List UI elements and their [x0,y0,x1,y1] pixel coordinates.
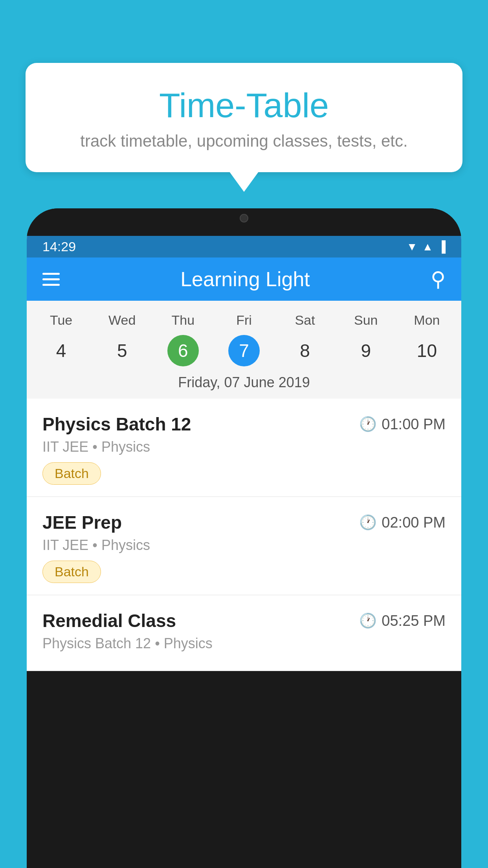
day-headers: Tue Wed Thu Fri Sat Sun Mon [27,309,461,332]
status-icons: ▼ ▲ ▐ [407,241,446,253]
schedule-item-1-title: Physics Batch 12 [42,414,191,435]
tooltip-title: Time-Table [53,86,435,125]
batch-badge-1: Batch [42,462,101,485]
day-header-fri: Fri [213,309,274,332]
day-header-wed: Wed [92,309,152,332]
schedule-item-jee-prep[interactable]: JEE Prep 🕐 02:00 PM IIT JEE • Physics Ba… [27,497,461,595]
tooltip-card: Time-Table track timetable, upcoming cla… [26,63,462,172]
schedule-list: Physics Batch 12 🕐 01:00 PM IIT JEE • Ph… [27,399,461,671]
day-5[interactable]: 5 [92,335,152,366]
schedule-item-2-subtitle: IIT JEE • Physics [42,537,446,554]
day-header-thu: Thu [152,309,213,332]
battery-icon: ▐ [438,241,446,253]
day-8[interactable]: 8 [275,335,336,366]
phone-notch [213,208,275,228]
hamburger-menu-button[interactable] [42,273,60,286]
schedule-item-2-time: 🕐 02:00 PM [359,514,446,531]
schedule-item-3-header: Remedial Class 🕐 05:25 PM [42,610,446,631]
schedule-item-1-time: 🕐 01:00 PM [359,416,446,433]
day-4[interactable]: 4 [31,335,92,366]
schedule-item-1-subtitle: IIT JEE • Physics [42,439,446,455]
day-9[interactable]: 9 [336,335,396,366]
day-7-selected[interactable]: 7 [228,335,260,366]
schedule-item-remedial-class[interactable]: Remedial Class 🕐 05:25 PM Physics Batch … [27,595,461,671]
day-header-sat: Sat [275,309,336,332]
schedule-item-physics-batch[interactable]: Physics Batch 12 🕐 01:00 PM IIT JEE • Ph… [27,399,461,497]
day-header-mon: Mon [396,309,457,332]
schedule-item-3-subtitle: Physics Batch 12 • Physics [42,635,446,652]
day-6-today[interactable]: 6 [167,335,199,366]
status-time: 14:29 [42,239,76,254]
selected-date-label: Friday, 07 June 2019 [27,370,461,399]
app-title: Learning Light [180,267,310,291]
day-10[interactable]: 10 [396,335,457,366]
phone-notch-area [27,208,461,236]
schedule-item-3-title: Remedial Class [42,610,176,631]
clock-icon-2: 🕐 [359,514,377,531]
clock-icon-3: 🕐 [359,612,377,629]
status-bar: 14:29 ▼ ▲ ▐ [27,236,461,257]
schedule-item-1-header: Physics Batch 12 🕐 01:00 PM [42,414,446,435]
schedule-item-2-header: JEE Prep 🕐 02:00 PM [42,512,446,533]
camera-dot [240,214,248,223]
schedule-item-2-title: JEE Prep [42,512,122,533]
day-header-sun: Sun [336,309,396,332]
app-header: Learning Light ⚲ [27,257,461,301]
wifi-icon: ▼ [407,241,418,253]
phone-frame: 14:29 ▼ ▲ ▐ Learning Light ⚲ Tue Wed Thu [27,208,461,868]
tooltip-subtitle: track timetable, upcoming classes, tests… [53,132,435,151]
signal-icon: ▲ [422,241,433,253]
phone-inner: 14:29 ▼ ▲ ▐ Learning Light ⚲ Tue Wed Thu [27,236,461,671]
clock-icon-1: 🕐 [359,416,377,432]
calendar-strip: Tue Wed Thu Fri Sat Sun Mon 4 5 6 7 8 9 … [27,301,461,399]
day-numbers: 4 5 6 7 8 9 10 [27,332,461,370]
batch-badge-2: Batch [42,561,101,583]
search-button[interactable]: ⚲ [431,267,446,291]
day-header-tue: Tue [31,309,92,332]
schedule-item-3-time: 🕐 05:25 PM [359,612,446,629]
